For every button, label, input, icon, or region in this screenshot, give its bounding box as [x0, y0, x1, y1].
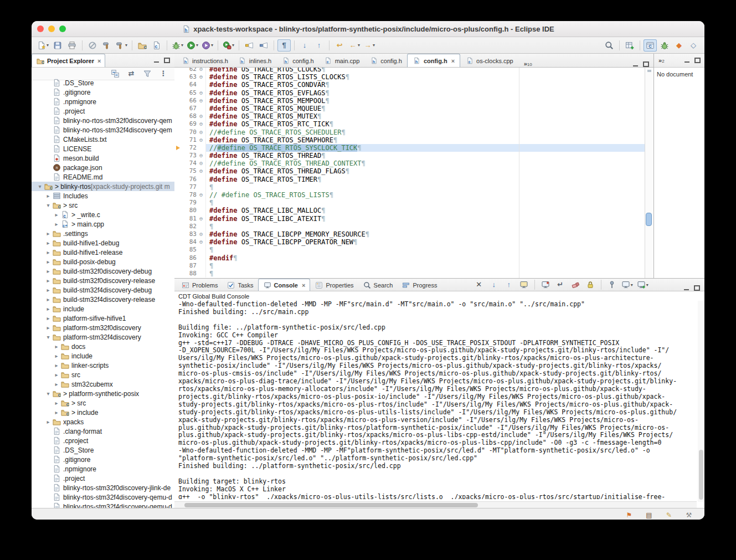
- perspective-git-button[interactable]: ◆: [672, 39, 686, 52]
- editor-tab[interactable]: hconfig.h: [364, 54, 407, 67]
- overview-ruler[interactable]: [645, 68, 653, 279]
- minimize-view-button[interactable]: [153, 58, 159, 63]
- tree-item[interactable]: ▸src: [32, 370, 174, 379]
- tree-caret-icon[interactable]: ▾: [44, 391, 52, 397]
- editor-tab-overflow[interactable]: »10: [524, 60, 532, 67]
- clear-console-button[interactable]: [569, 279, 582, 291]
- window-titlebar[interactable]: h xpack-tests-workspace - blinky-rtos/pl…: [32, 21, 704, 37]
- tree-caret-icon[interactable]: ▸: [53, 212, 60, 218]
- close-tab-icon[interactable]: ×: [302, 282, 305, 289]
- close-view-icon[interactable]: ×: [97, 58, 101, 64]
- open-perspective-button[interactable]: [623, 39, 636, 52]
- new-cpp-class-button[interactable]: c: [150, 39, 163, 52]
- minimize-secondary-button[interactable]: [684, 58, 690, 63]
- editor-tab[interactable]: cmain.cpp: [319, 54, 365, 67]
- fold-column[interactable]: ⊖: [197, 160, 206, 167]
- tree-caret-icon[interactable]: ▸: [44, 240, 52, 246]
- tree-caret-icon[interactable]: ▸: [44, 296, 52, 302]
- status-notification-button[interactable]: ⚑: [622, 509, 636, 520]
- save-button[interactable]: [51, 39, 64, 52]
- tree-item[interactable]: blinky-no-rtos-stm32f4discovery-qem: [32, 125, 174, 135]
- tree-caret-icon[interactable]: ▾: [44, 334, 52, 340]
- debug-button[interactable]: ▾: [171, 39, 184, 52]
- tree-item[interactable]: ▾C> platform-synthetic-posix: [32, 389, 174, 398]
- search-button[interactable]: [257, 39, 270, 52]
- remove-launch-button[interactable]: ✕: [472, 279, 486, 291]
- external-tools-button[interactable]: ▾: [222, 39, 235, 52]
- maximize-secondary-button[interactable]: [694, 58, 701, 63]
- pin-console-button[interactable]: [605, 279, 619, 291]
- tree-caret-icon[interactable]: ▸: [53, 409, 60, 415]
- back-button[interactable]: ←▾: [347, 39, 361, 52]
- close-window-button[interactable]: [37, 25, 44, 32]
- tree-item[interactable]: ▸build-stm32f0discovery-debug: [32, 266, 174, 276]
- tree-caret-icon[interactable]: ▸: [44, 193, 52, 199]
- previous-annotation-button[interactable]: ↑: [312, 39, 326, 52]
- tree-item[interactable]: .gitignore: [32, 455, 174, 464]
- print-button[interactable]: [65, 39, 79, 52]
- new-cpp-project-button[interactable]: C: [136, 39, 149, 52]
- maximize-console-button[interactable]: [694, 285, 700, 291]
- run-button[interactable]: ▾: [186, 39, 199, 52]
- code-editor[interactable]: 62⊖#define OS_TRACE_RTOS_CLOCKS¶63⊖#defi…: [174, 68, 653, 279]
- secondary-tab-overflow[interactable]: »2: [654, 57, 665, 64]
- quick-search-button[interactable]: [603, 39, 616, 52]
- tree-item[interactable]: ▸include: [32, 304, 174, 314]
- skip-all-breakpoints-button[interactable]: [86, 39, 99, 52]
- tree-item[interactable]: ▸platform-sifive-hifive1: [32, 314, 174, 323]
- tree-item[interactable]: LICENSE: [32, 144, 174, 153]
- tree-item[interactable]: blinky-rtos-stm32f4discovery-qemu-d: [32, 492, 174, 502]
- tree-caret-icon[interactable]: ▸: [44, 259, 52, 265]
- tree-item[interactable]: npackage.json: [32, 163, 174, 172]
- scroll-to-top-button[interactable]: ↑: [502, 279, 516, 291]
- tree-item[interactable]: .clang-format: [32, 427, 174, 436]
- tree-caret-icon[interactable]: ▸: [53, 362, 60, 368]
- new-wizard-button[interactable]: ▾: [36, 39, 50, 52]
- editor-tab[interactable]: hinlines.h: [233, 54, 276, 67]
- console-output[interactable]: -Wno-defaulted-function-deleted -MMD -MP…: [174, 300, 704, 499]
- fold-column[interactable]: ⊖: [197, 120, 206, 128]
- profile-button[interactable]: ▾: [200, 39, 214, 52]
- minimize-editor-button[interactable]: [632, 61, 639, 67]
- show-on-output-button[interactable]: [517, 279, 531, 291]
- console-vscroll-thumb[interactable]: [699, 450, 703, 500]
- tree-caret-icon[interactable]: ▸: [44, 278, 52, 284]
- console-vertical-scrollbar[interactable]: [698, 301, 704, 502]
- tree-item[interactable]: ▸build-hifive1-release: [32, 248, 174, 257]
- tree-caret-icon[interactable]: ▸: [53, 221, 60, 227]
- status-tools-button[interactable]: ⚒: [682, 509, 696, 520]
- console-view-tab-console[interactable]: Console×: [258, 279, 311, 291]
- maximize-view-button[interactable]: [164, 58, 170, 63]
- tree-caret-icon[interactable]: ▸: [44, 287, 52, 293]
- tree-caret-icon[interactable]: ▸: [53, 400, 60, 406]
- fold-column[interactable]: ⊖: [197, 129, 206, 136]
- project-explorer-tab[interactable]: C Project Explorer ×: [32, 54, 105, 67]
- console-view-tab-problems[interactable]: Problems: [177, 279, 222, 291]
- tree-item[interactable]: .DS_Store: [32, 445, 174, 455]
- tree-item[interactable]: ▸build-stm32f4discovery-debug: [32, 285, 174, 295]
- forward-button[interactable]: →▾: [362, 39, 376, 52]
- minimize-console-button[interactable]: [683, 285, 689, 291]
- build-config-button[interactable]: ▾: [115, 39, 128, 52]
- tree-caret-icon[interactable]: ▸: [44, 315, 52, 321]
- tree-caret-icon[interactable]: ▸: [44, 325, 52, 331]
- tree-caret-icon[interactable]: ▸: [53, 343, 60, 350]
- scroll-to-bottom-button[interactable]: ↓: [487, 279, 501, 291]
- tree-item[interactable]: ▸c+> main.cpp: [32, 219, 174, 229]
- fold-column[interactable]: ⊖: [197, 73, 206, 81]
- scroll-lock-button[interactable]: [584, 279, 597, 291]
- fold-column[interactable]: ⊖: [197, 191, 206, 199]
- zoom-window-button[interactable]: [59, 25, 66, 32]
- tree-item[interactable]: ▸Includes: [32, 191, 174, 201]
- tree-caret-icon[interactable]: ▸: [44, 268, 52, 274]
- tree-item[interactable]: ▸docs: [32, 342, 174, 351]
- fold-column[interactable]: ⊖: [197, 152, 206, 160]
- editor-tab[interactable]: hinstructions.h: [176, 54, 233, 67]
- tree-item[interactable]: ▸C> include: [32, 408, 174, 417]
- tree-item[interactable]: .cproject: [32, 436, 174, 445]
- tree-item[interactable]: ▾C> blinky-rtos [xpack-study-projects.gi…: [32, 182, 174, 191]
- tree-item[interactable]: ▸.settings: [32, 229, 174, 238]
- perspective-debug-button[interactable]: [658, 39, 671, 52]
- console-view-tab-tasks[interactable]: Tasks: [222, 279, 258, 291]
- tree-item[interactable]: ▸c> _write.c: [32, 210, 174, 219]
